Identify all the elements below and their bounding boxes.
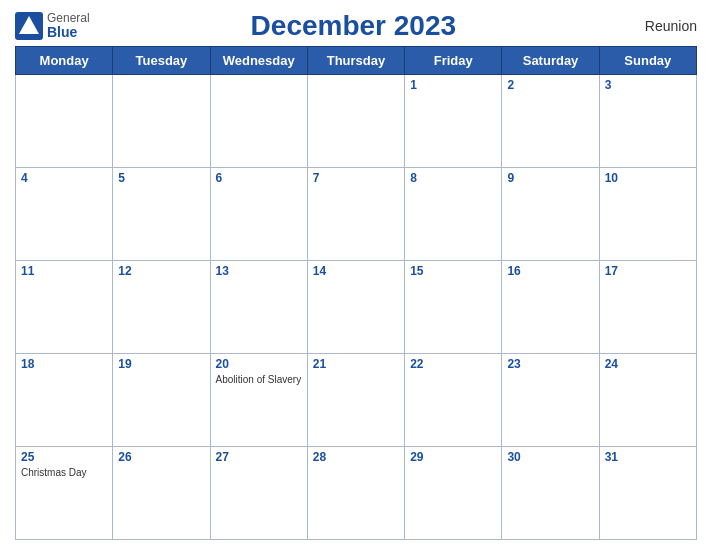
- event-label: Abolition of Slavery: [216, 373, 302, 386]
- day-number: 7: [313, 171, 399, 185]
- table-row: 23: [502, 354, 599, 447]
- day-number: 29: [410, 450, 496, 464]
- table-row: 19: [113, 354, 210, 447]
- table-row: 17: [599, 261, 696, 354]
- col-monday: Monday: [16, 47, 113, 75]
- table-row: 28: [307, 447, 404, 540]
- table-row: 31: [599, 447, 696, 540]
- table-row: 3: [599, 75, 696, 168]
- table-row: [16, 75, 113, 168]
- day-number: 26: [118, 450, 204, 464]
- day-number: 30: [507, 450, 593, 464]
- calendar-week-3: 11121314151617: [16, 261, 697, 354]
- table-row: 2: [502, 75, 599, 168]
- day-number: 21: [313, 357, 399, 371]
- day-number: 2: [507, 78, 593, 92]
- day-number: 12: [118, 264, 204, 278]
- table-row: 30: [502, 447, 599, 540]
- table-row: 26: [113, 447, 210, 540]
- day-number: 10: [605, 171, 691, 185]
- calendar-table: Monday Tuesday Wednesday Thursday Friday…: [15, 46, 697, 540]
- col-thursday: Thursday: [307, 47, 404, 75]
- day-number: 16: [507, 264, 593, 278]
- col-friday: Friday: [405, 47, 502, 75]
- calendar-week-4: 181920Abolition of Slavery21222324: [16, 354, 697, 447]
- day-number: 15: [410, 264, 496, 278]
- logo: General Blue: [15, 12, 90, 41]
- table-row: 25Christmas Day: [16, 447, 113, 540]
- day-number: 5: [118, 171, 204, 185]
- day-number: 4: [21, 171, 107, 185]
- table-row: [210, 75, 307, 168]
- table-row: 21: [307, 354, 404, 447]
- region-label: Reunion: [617, 18, 697, 34]
- table-row: 20Abolition of Slavery: [210, 354, 307, 447]
- table-row: 13: [210, 261, 307, 354]
- day-number: 14: [313, 264, 399, 278]
- day-number: 3: [605, 78, 691, 92]
- event-label: Christmas Day: [21, 466, 107, 479]
- logo-icon: [15, 12, 43, 40]
- table-row: 29: [405, 447, 502, 540]
- day-number: 27: [216, 450, 302, 464]
- day-number: 11: [21, 264, 107, 278]
- table-row: 18: [16, 354, 113, 447]
- table-row: [113, 75, 210, 168]
- col-wednesday: Wednesday: [210, 47, 307, 75]
- table-row: 24: [599, 354, 696, 447]
- day-number: 6: [216, 171, 302, 185]
- day-number: 24: [605, 357, 691, 371]
- col-saturday: Saturday: [502, 47, 599, 75]
- calendar-week-2: 45678910: [16, 168, 697, 261]
- table-row: 8: [405, 168, 502, 261]
- table-row: 14: [307, 261, 404, 354]
- calendar-header-row: Monday Tuesday Wednesday Thursday Friday…: [16, 47, 697, 75]
- day-number: 25: [21, 450, 107, 464]
- day-number: 23: [507, 357, 593, 371]
- table-row: 12: [113, 261, 210, 354]
- table-row: 22: [405, 354, 502, 447]
- day-number: 31: [605, 450, 691, 464]
- table-row: 7: [307, 168, 404, 261]
- table-row: 4: [16, 168, 113, 261]
- calendar-title: December 2023: [90, 10, 617, 42]
- table-row: 15: [405, 261, 502, 354]
- day-number: 18: [21, 357, 107, 371]
- logo-text: General Blue: [47, 12, 90, 41]
- day-number: 19: [118, 357, 204, 371]
- logo-general: General: [47, 12, 90, 25]
- table-row: 9: [502, 168, 599, 261]
- day-number: 17: [605, 264, 691, 278]
- calendar-week-1: 123: [16, 75, 697, 168]
- calendar-week-5: 25Christmas Day262728293031: [16, 447, 697, 540]
- table-row: 1: [405, 75, 502, 168]
- day-number: 1: [410, 78, 496, 92]
- table-row: [307, 75, 404, 168]
- day-number: 22: [410, 357, 496, 371]
- day-number: 28: [313, 450, 399, 464]
- table-row: 16: [502, 261, 599, 354]
- table-row: 27: [210, 447, 307, 540]
- day-number: 13: [216, 264, 302, 278]
- logo-blue: Blue: [47, 25, 90, 40]
- col-sunday: Sunday: [599, 47, 696, 75]
- page-header: General Blue December 2023 Reunion: [15, 10, 697, 42]
- table-row: 6: [210, 168, 307, 261]
- table-row: 10: [599, 168, 696, 261]
- day-number: 8: [410, 171, 496, 185]
- day-number: 20: [216, 357, 302, 371]
- table-row: 11: [16, 261, 113, 354]
- table-row: 5: [113, 168, 210, 261]
- col-tuesday: Tuesday: [113, 47, 210, 75]
- day-number: 9: [507, 171, 593, 185]
